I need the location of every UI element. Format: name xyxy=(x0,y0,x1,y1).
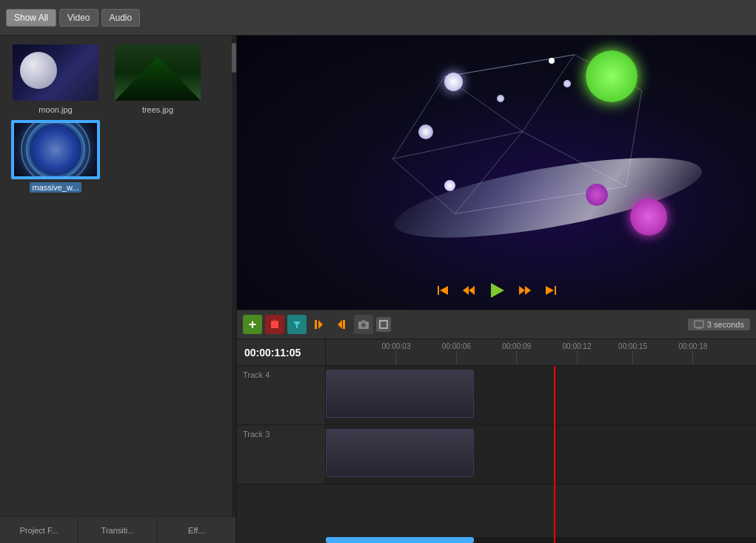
left-panel: moon.jpg trees.jpg xyxy=(0,36,237,543)
skip-start-icon xyxy=(436,283,451,298)
prev-frame-button[interactable] xyxy=(310,315,329,334)
media-label-trees: trees.jpg xyxy=(142,105,173,114)
timeline: 00:00:11:05 00:00:0300:00:0600:00:0900:0… xyxy=(237,339,756,543)
delete-button[interactable] xyxy=(265,315,284,334)
left-scrollbar-thumb[interactable] xyxy=(232,43,236,73)
svg-line-0 xyxy=(444,55,574,77)
media-thumb-trees xyxy=(113,43,202,102)
ruler-tick-00:00:06: 00:00:06 xyxy=(442,339,471,365)
ruler-line xyxy=(395,350,396,365)
preview-controls xyxy=(237,279,756,302)
media-grid: moon.jpg trees.jpg xyxy=(0,36,236,200)
node-white2 xyxy=(418,124,433,139)
more-button[interactable] xyxy=(376,317,391,332)
ruler-label: 00:00:09 xyxy=(502,342,531,350)
svg-rect-31 xyxy=(380,321,387,328)
ruler-label: 00:00:15 xyxy=(618,342,647,350)
right-panel: + xyxy=(237,36,756,543)
fast-forward-button[interactable] xyxy=(516,282,534,299)
light-streak xyxy=(390,141,707,254)
node-white1 xyxy=(444,73,463,91)
ruler-label: 00:00:06 xyxy=(442,342,471,350)
svg-marker-13 xyxy=(440,286,448,295)
svg-marker-18 xyxy=(525,286,531,295)
track-3-label: Track 3 xyxy=(237,425,326,484)
ruler-label: 00:00:18 xyxy=(678,342,707,350)
media-item-massive[interactable]: massive_w... xyxy=(7,120,104,193)
track-4-clip[interactable] xyxy=(326,370,474,418)
tab-effects[interactable]: Eff... xyxy=(158,517,236,543)
svg-line-3 xyxy=(523,55,575,132)
filter-icon xyxy=(292,319,302,330)
play-icon xyxy=(486,280,507,301)
svg-line-2 xyxy=(392,77,444,159)
ruler-line xyxy=(516,350,517,365)
ruler-label: 00:00:12 xyxy=(563,342,592,350)
media-label-moon: moon.jpg xyxy=(39,105,72,114)
left-tabs: Project F... Transiti... Eff... xyxy=(0,516,236,543)
svg-line-5 xyxy=(392,132,522,159)
track-3-clip[interactable] xyxy=(326,429,474,477)
track-4-content[interactable] xyxy=(326,366,756,424)
ring2 xyxy=(21,120,90,179)
tab-transitions[interactable]: Transiti... xyxy=(78,517,157,543)
ruler-line xyxy=(692,350,693,365)
svg-rect-27 xyxy=(343,320,345,329)
rewind-button[interactable] xyxy=(460,282,478,299)
camera-icon xyxy=(358,319,369,330)
svg-rect-30 xyxy=(361,320,366,322)
media-item-trees[interactable]: trees.jpg xyxy=(110,43,206,114)
skip-end-button[interactable] xyxy=(541,282,559,299)
svg-marker-12 xyxy=(438,286,439,295)
left-scrollbar[interactable] xyxy=(232,36,236,516)
svg-point-29 xyxy=(361,323,366,327)
track-3: Track 3 xyxy=(237,425,756,484)
horizontal-scrollbar-thumb[interactable] xyxy=(326,537,474,543)
filter-button[interactable] xyxy=(287,315,307,334)
ruler-tick-00:00:09: 00:00:09 xyxy=(502,339,531,365)
svg-marker-14 xyxy=(469,286,475,295)
ruler-line xyxy=(632,350,633,365)
monitor-icon xyxy=(694,320,704,329)
fast-forward-icon xyxy=(518,283,532,298)
svg-marker-23 xyxy=(293,322,301,328)
camera-button[interactable] xyxy=(354,315,373,334)
svg-marker-24 xyxy=(318,320,323,329)
play-button[interactable] xyxy=(485,279,509,302)
node-purple-large xyxy=(630,199,667,236)
media-thumb-moon xyxy=(11,43,100,102)
show-all-button[interactable]: Show All xyxy=(6,9,56,27)
svg-marker-20 xyxy=(555,286,556,295)
tab-project-files[interactable]: Project F... xyxy=(0,517,78,543)
ruler-line xyxy=(577,350,578,365)
audio-button[interactable]: Audio xyxy=(101,9,141,27)
time-ruler[interactable]: 00:00:0300:00:0600:00:0900:00:1200:00:15… xyxy=(326,339,756,365)
preview-area xyxy=(237,36,756,310)
skip-start-button[interactable] xyxy=(435,282,452,299)
duration-label: 3 seconds xyxy=(707,320,744,329)
media-thumb-massive xyxy=(11,120,100,179)
massive-inner xyxy=(30,124,81,176)
video-button[interactable]: Video xyxy=(59,9,98,27)
ruler-label: 00:00:03 xyxy=(382,342,411,350)
trees-preview xyxy=(115,44,201,101)
horizontal-scrollbar[interactable] xyxy=(326,537,756,543)
skip-end-icon xyxy=(543,283,558,298)
media-item-moon[interactable]: moon.jpg xyxy=(7,43,104,114)
svg-marker-17 xyxy=(519,286,525,295)
moon-circle xyxy=(20,52,57,89)
next-frame-button[interactable] xyxy=(332,315,351,334)
moon-preview xyxy=(13,44,98,101)
delete-icon xyxy=(270,319,280,330)
next-frame-icon xyxy=(335,318,348,331)
add-button[interactable]: + xyxy=(243,315,262,334)
ruler-tick-00:00:18: 00:00:18 xyxy=(678,339,707,365)
node-small3 xyxy=(563,80,571,87)
media-label-massive: massive_w... xyxy=(30,182,82,193)
ruler-tick-00:00:12: 00:00:12 xyxy=(563,339,592,365)
track-4-label: Track 4 xyxy=(237,366,326,424)
toolbar: + xyxy=(237,310,756,339)
svg-rect-22 xyxy=(273,319,276,322)
track-3-content[interactable] xyxy=(326,425,756,484)
ruler-line xyxy=(456,350,457,365)
